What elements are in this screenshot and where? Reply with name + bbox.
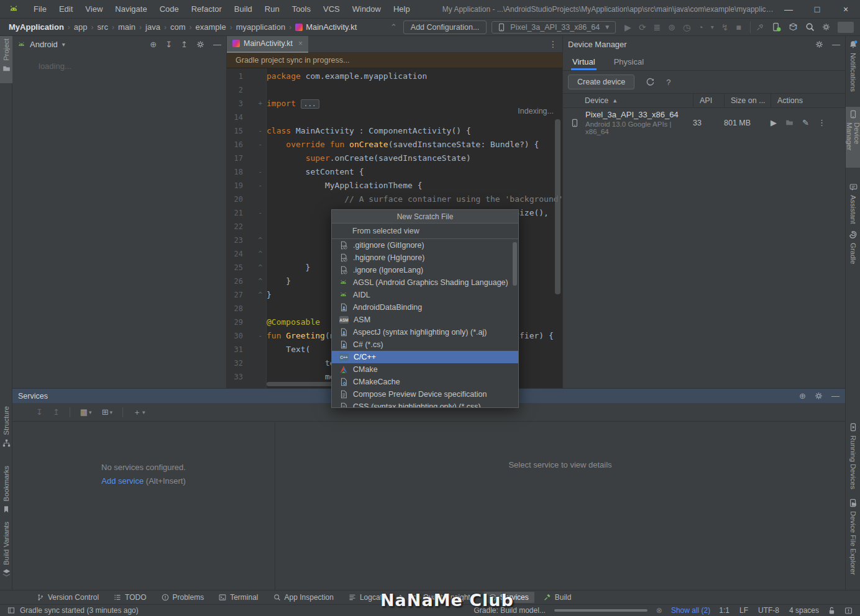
toolwindow-tab-problems[interactable]: Problems xyxy=(156,592,210,603)
tool-strip-notifications[interactable]: Notifications xyxy=(846,37,860,102)
tab-physical[interactable]: Physical xyxy=(613,57,645,70)
view-mode-icon[interactable]: ▦▾ xyxy=(80,407,92,417)
code-line[interactable]: 19- MyApplicationTheme { xyxy=(227,179,562,192)
collapse-all-icon[interactable]: ↥ xyxy=(53,407,60,417)
tool-strip-build-variants[interactable]: Build Variants xyxy=(0,519,12,586)
fold-marker[interactable]: - xyxy=(243,124,267,138)
toolwindow-tab-terminal[interactable]: Terminal xyxy=(213,592,263,603)
code-line[interactable]: 20 // A surface container using the 'bac… xyxy=(227,192,562,206)
code-line[interactable]: 18- setContent { xyxy=(227,165,562,179)
tab-virtual[interactable]: Virtual xyxy=(571,57,597,70)
expand-all-icon[interactable]: ↧ xyxy=(165,40,172,48)
breadcrumb-main[interactable]: main xyxy=(116,22,138,32)
tool-strip-running-devices[interactable]: Running Devices xyxy=(846,420,860,494)
collapse-toolbar-icon[interactable]: ⌃ xyxy=(390,22,397,32)
close-window-button[interactable]: × xyxy=(831,0,860,19)
toolwindow-tab-todo[interactable]: TODO xyxy=(108,592,152,603)
popup-item-ignore-ignorelang[interactable]: .ignore (IgnoreLang) xyxy=(332,264,518,276)
breadcrumb-myapplication[interactable]: MyApplication xyxy=(6,22,66,32)
tool-strip-bookmarks[interactable]: Bookmarks xyxy=(0,463,12,519)
coverage-button[interactable]: ◔ xyxy=(698,23,703,32)
menu-window[interactable]: Window xyxy=(346,4,387,14)
profiler-button[interactable]: ◷ xyxy=(683,23,690,32)
menu-edit[interactable]: Edit xyxy=(53,4,79,14)
popup-item-gitignore-gitignore[interactable]: .gitignore (GitIgnore) xyxy=(332,239,518,251)
debug-button[interactable]: ⊚ xyxy=(668,23,675,32)
code-line[interactable]: 16- override fun onCreate(savedInstanceS… xyxy=(227,138,562,152)
menu-run[interactable]: Run xyxy=(258,4,286,14)
status-widget-lf[interactable]: LF xyxy=(739,606,748,615)
popup-item-androiddatabinding[interactable]: AndroidDataBinding xyxy=(332,301,518,314)
fold-marker[interactable]: - xyxy=(243,206,267,220)
editor-tab-mainactivity[interactable]: MainActivity.kt × xyxy=(227,36,308,53)
menu-code[interactable]: Code xyxy=(153,4,185,14)
tool-strip-gradle[interactable]: Gradle xyxy=(846,227,860,274)
status-widget-utf-8[interactable]: UTF-8 xyxy=(758,606,779,615)
help-icon[interactable]: ? xyxy=(666,78,670,86)
tool-strip-structure[interactable]: Structure xyxy=(0,404,12,460)
fold-marker[interactable]: - xyxy=(243,138,267,152)
popup-item-asm[interactable]: ASMASM xyxy=(332,314,518,326)
refresh-icon[interactable] xyxy=(646,78,655,87)
popup-item-cmake[interactable]: CMake xyxy=(332,363,518,376)
tool-strip-device-manager[interactable]: Device Manager xyxy=(846,107,860,168)
tool-window-toggle-icon[interactable] xyxy=(7,607,15,614)
column-device[interactable]: Device ▲ xyxy=(563,96,693,105)
fold-marker[interactable]: ^ xyxy=(243,261,267,274)
run-options-dropdown[interactable]: ▾ xyxy=(711,24,714,30)
fold-marker[interactable]: - xyxy=(243,329,267,343)
build-menu-button[interactable]: ≣ xyxy=(654,23,661,32)
toolwindow-tab-build[interactable]: Build xyxy=(538,592,577,603)
project-view-selector[interactable]: Android ▾ xyxy=(17,40,65,49)
breadcrumb-src[interactable]: src xyxy=(95,22,111,32)
settings-icon[interactable] xyxy=(815,392,823,400)
show-all-tasks-link[interactable]: Show all (2) xyxy=(671,606,710,615)
fold-marker[interactable]: ^ xyxy=(243,247,267,261)
breadcrumb-com[interactable]: com xyxy=(168,22,188,32)
popup-item-cmakecache[interactable]: CMakeCache xyxy=(332,376,518,388)
tool-strip-project[interactable]: Project xyxy=(0,36,12,83)
hide-panel-icon[interactable]: — xyxy=(832,40,840,48)
more-tabs-icon[interactable]: ⋮ xyxy=(549,39,557,49)
collapse-all-icon[interactable]: ↥ xyxy=(181,40,188,48)
fold-marker[interactable]: - xyxy=(243,179,267,192)
editor-vertical-scrollbar[interactable] xyxy=(555,119,560,294)
launch-device-icon[interactable]: ▶ xyxy=(771,119,777,127)
menu-refactor[interactable]: Refactor xyxy=(185,4,228,14)
create-device-button[interactable]: Create device xyxy=(568,75,634,89)
breadcrumb-myapplication[interactable]: myapplication xyxy=(234,22,288,32)
locate-icon[interactable]: ⊕ xyxy=(799,392,806,400)
device-folder-icon[interactable] xyxy=(785,119,794,127)
toolwindow-tab-version-control[interactable]: Version Control xyxy=(31,592,104,603)
popup-scrollbar[interactable] xyxy=(513,242,517,286)
expand-all-icon[interactable]: ↧ xyxy=(36,407,43,417)
code-line[interactable]: 14 xyxy=(227,111,562,124)
code-line[interactable]: 15-class MainActivity : ComponentActivit… xyxy=(227,124,562,138)
event-log-icon[interactable] xyxy=(844,607,853,615)
popup-item-hgignore-hgignore[interactable]: .hgignore (HgIgnore) xyxy=(332,251,518,264)
fold-marker[interactable]: - xyxy=(243,165,267,179)
menu-view[interactable]: View xyxy=(79,4,109,14)
menu-file[interactable]: File xyxy=(27,4,53,14)
run-button[interactable]: ▶ xyxy=(624,23,631,32)
menu-tools[interactable]: Tools xyxy=(286,4,317,14)
tool-strip-device-file-explorer[interactable]: Device File Explorer xyxy=(846,496,860,590)
settings-icon[interactable] xyxy=(815,40,823,48)
sdk-manager-icon[interactable] xyxy=(789,22,798,32)
add-frame-icon[interactable]: ⊞▾ xyxy=(102,407,112,417)
menu-vcs[interactable]: VCS xyxy=(317,4,346,14)
minimize-window-button[interactable]: — xyxy=(774,0,803,19)
column-size[interactable]: Size on ... xyxy=(724,94,771,107)
stop-button[interactable]: ■ xyxy=(736,23,741,32)
breadcrumb-app[interactable]: app xyxy=(71,22,90,32)
edit-device-icon[interactable]: ✎ xyxy=(802,119,809,127)
breadcrumb-example[interactable]: example xyxy=(193,22,229,32)
device-manager-icon[interactable] xyxy=(772,22,781,32)
code-line[interactable]: 1package com.example.myapplication xyxy=(227,70,562,83)
hide-panel-icon[interactable]: — xyxy=(831,392,839,400)
breadcrumb-file[interactable]: MainActivity.kt xyxy=(293,22,357,32)
toolwindow-tab-app-inspection[interactable]: App Inspection xyxy=(268,592,339,603)
more-actions-icon[interactable]: ⋮ xyxy=(818,119,826,127)
popup-item-css-syntax-highlighting-only-css[interactable]: CSS (syntax highlighting only) (*.css) xyxy=(332,401,518,408)
popup-item-agsl-android-graphics-shading-language[interactable]: AGSL (Android Graphics Shading Language) xyxy=(332,276,518,289)
